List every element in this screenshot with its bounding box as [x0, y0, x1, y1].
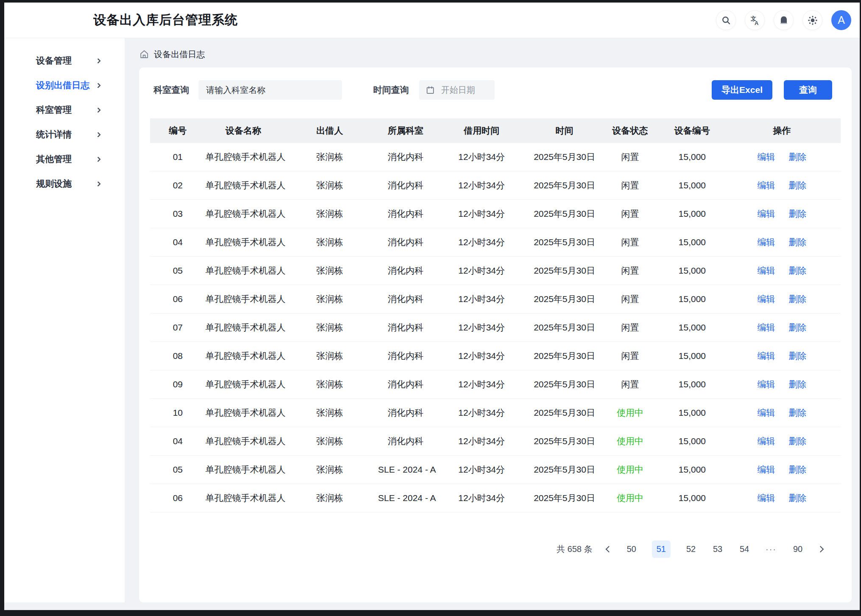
cell-department: 消化内科	[378, 378, 433, 390]
column-header: 时间	[530, 125, 599, 137]
cell-date: 2025年5月30日	[530, 236, 599, 248]
cell-borrower: 张润栋	[281, 464, 378, 476]
column-header: 所属科室	[378, 125, 433, 137]
app-title: 设备出入库后台管理系统	[93, 11, 238, 29]
chevron-right-icon	[95, 181, 101, 187]
prev-page-icon[interactable]	[605, 546, 612, 553]
cell-no: 09	[150, 379, 205, 389]
search-icon[interactable]	[716, 10, 736, 30]
cell-borrow-duration: 12小时34分	[433, 236, 530, 248]
delete-link[interactable]: 删除	[789, 237, 807, 247]
delete-link[interactable]: 删除	[789, 266, 807, 275]
cell-borrower: 张润栋	[281, 492, 378, 504]
table-row: 02单孔腔镜手术机器人张润栋消化内科12小时34分2025年5月30日闲置15,…	[150, 171, 841, 200]
delete-link[interactable]: 删除	[789, 436, 807, 446]
svg-text:A: A	[755, 20, 759, 26]
sidebar-item-其他管理[interactable]: 其他管理	[4, 147, 125, 171]
chevron-right-icon	[95, 157, 101, 162]
cell-borrower: 张润栋	[281, 407, 378, 419]
cell-date: 2025年5月30日	[530, 293, 599, 305]
page-number-52[interactable]: 52	[685, 544, 697, 554]
delete-link[interactable]: 删除	[789, 493, 807, 503]
delete-link[interactable]: 删除	[789, 379, 807, 389]
sidebar-item-科室管理[interactable]: 科室管理	[4, 98, 125, 122]
cell-date: 2025年5月30日	[530, 464, 599, 476]
page-ellipsis[interactable]: ···	[765, 544, 777, 554]
cell-borrower: 张润栋	[281, 293, 378, 305]
edit-link[interactable]: 编辑	[758, 266, 775, 275]
dept-search-input[interactable]	[198, 80, 342, 100]
cell-borrow-duration: 12小时34分	[433, 407, 530, 419]
page-number-50[interactable]: 50	[625, 544, 638, 554]
page-number-53[interactable]: 53	[711, 544, 724, 554]
edit-link[interactable]: 编辑	[758, 209, 775, 218]
table-row: 07单孔腔镜手术机器人张润栋消化内科12小时34分2025年5月30日闲置15,…	[150, 314, 841, 342]
delete-link[interactable]: 删除	[789, 294, 807, 304]
app-frame: { "app": { "title": "设备出入库后台管理系统" }, "he…	[0, 0, 861, 616]
sidebar-item-设备管理[interactable]: 设备管理	[4, 48, 125, 73]
cell-device-number: 15,000	[661, 493, 724, 503]
cell-device-name: 单孔腔镜手术机器人	[205, 208, 281, 220]
cell-borrow-duration: 12小时34分	[433, 378, 530, 390]
delete-link[interactable]: 删除	[789, 351, 807, 361]
edit-link[interactable]: 编辑	[758, 436, 775, 446]
cell-device-number: 15,000	[661, 152, 724, 162]
page-number-51[interactable]: 51	[652, 540, 671, 558]
sidebar-item-设别出借日志[interactable]: 设别出借日志	[4, 73, 125, 98]
edit-link[interactable]: 编辑	[758, 408, 775, 417]
next-page-icon[interactable]	[817, 546, 824, 553]
page-number-54[interactable]: 54	[738, 544, 751, 554]
edit-link[interactable]: 编辑	[758, 351, 775, 361]
table-row: 04单孔腔镜手术机器人张润栋消化内科12小时34分2025年5月30日使用中15…	[150, 427, 841, 456]
sidebar-item-label: 规则设施	[36, 178, 72, 190]
edit-link[interactable]: 编辑	[758, 493, 775, 503]
translate-icon[interactable]: 文 A	[745, 10, 765, 30]
delete-link[interactable]: 删除	[789, 152, 807, 162]
cell-department: SLE - 2024 - A	[378, 493, 433, 503]
calendar-icon	[426, 86, 435, 95]
delete-link[interactable]: 删除	[789, 322, 807, 332]
cell-device-status: 使用中	[599, 407, 661, 419]
delete-link[interactable]: 删除	[789, 209, 807, 218]
edit-link[interactable]: 编辑	[758, 152, 775, 162]
cell-borrow-duration: 12小时34分	[433, 151, 530, 163]
table-row: 06单孔腔镜手术机器人张润栋消化内科12小时34分2025年5月30日闲置15,…	[150, 285, 841, 314]
cell-department: 消化内科	[378, 179, 433, 191]
query-button[interactable]: 查询	[784, 80, 832, 100]
cell-borrow-duration: 12小时34分	[433, 492, 530, 504]
cell-actions: 编辑删除	[723, 378, 841, 390]
cell-borrower: 张润栋	[281, 378, 378, 390]
edit-link[interactable]: 编辑	[758, 180, 775, 190]
cell-borrower: 张润栋	[281, 322, 378, 333]
start-date-input[interactable]: 开始日期	[419, 80, 495, 100]
table-body: 01单孔腔镜手术机器人张润栋消化内科12小时34分2025年5月30日闲置15,…	[150, 143, 841, 512]
delete-link[interactable]: 删除	[789, 465, 807, 474]
cell-device-number: 15,000	[661, 379, 724, 389]
export-excel-button[interactable]: 导出Excel	[712, 80, 772, 100]
cell-device-status: 使用中	[599, 435, 661, 447]
edit-link[interactable]: 编辑	[758, 465, 775, 474]
home-icon[interactable]	[139, 49, 149, 59]
start-date-placeholder: 开始日期	[441, 84, 475, 96]
notification-bell-icon[interactable]	[774, 10, 794, 30]
column-header: 借用时间	[433, 125, 530, 137]
breadcrumb: 设备出借日志	[139, 47, 852, 62]
cell-device-number: 15,000	[661, 351, 724, 361]
edit-link[interactable]: 编辑	[758, 322, 775, 332]
edit-link[interactable]: 编辑	[758, 379, 775, 389]
sidebar-item-统计详情[interactable]: 统计详情	[4, 122, 125, 147]
cell-device-name: 单孔腔镜手术机器人	[205, 265, 281, 277]
dept-filter-label: 科室查询	[154, 84, 189, 96]
sidebar-item-规则设施[interactable]: 规则设施	[4, 171, 125, 196]
sidebar-item-label: 设备管理	[36, 55, 72, 67]
edit-link[interactable]: 编辑	[758, 237, 775, 247]
delete-link[interactable]: 删除	[789, 408, 807, 417]
page-number-90[interactable]: 90	[791, 544, 804, 554]
cell-borrow-duration: 12小时34分	[433, 208, 530, 220]
column-header: 设备名称	[205, 125, 281, 137]
user-avatar[interactable]: A	[831, 10, 851, 30]
delete-link[interactable]: 删除	[789, 180, 807, 190]
edit-link[interactable]: 编辑	[758, 294, 775, 304]
table-header-row: 编号设备名称出借人所属科室借用时间时间设备状态设备编号操作	[150, 118, 841, 143]
theme-icon[interactable]	[802, 10, 822, 30]
